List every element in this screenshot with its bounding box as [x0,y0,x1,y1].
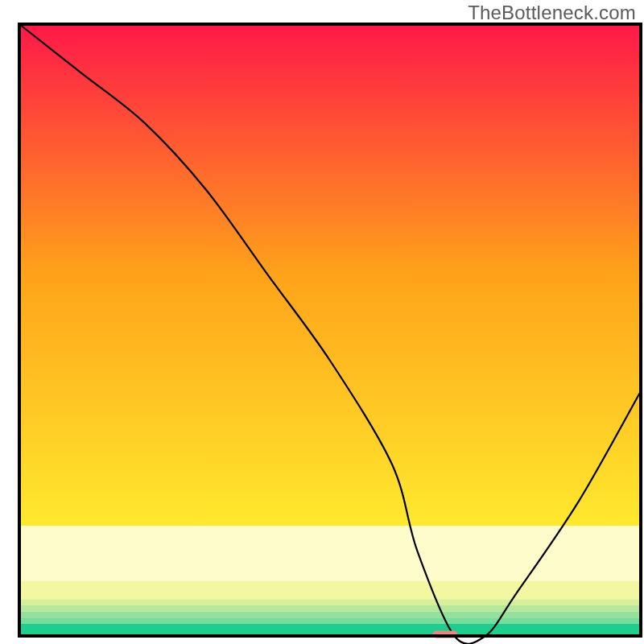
background-bands [19,24,641,636]
band-3 [19,599,641,605]
watermark-text: TheBottleneck.com [468,2,636,24]
band-1 [19,526,641,580]
band-2 [19,581,641,600]
chart-wrap: TheBottleneck.com [0,0,644,644]
band-5 [19,612,641,618]
band-0 [19,24,641,526]
band-7 [19,624,641,636]
band-4 [19,605,641,612]
plot-area [19,24,641,644]
bottleneck-chart [0,0,644,644]
band-6 [19,617,641,624]
